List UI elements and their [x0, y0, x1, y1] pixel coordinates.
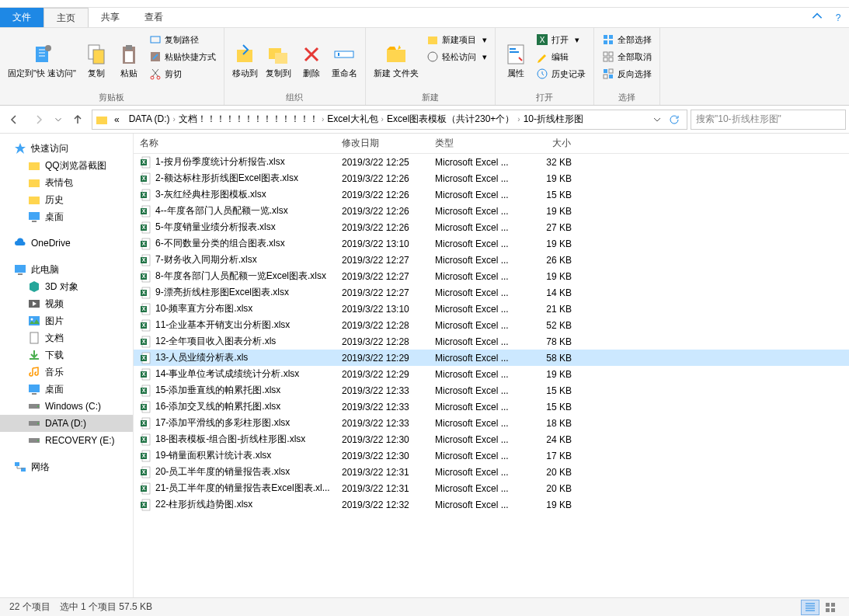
breadcrumb-item[interactable]: DATA (D:) — [126, 113, 173, 124]
svg-text:X: X — [142, 453, 146, 458]
nav-forward-button[interactable] — [28, 109, 50, 131]
file-row[interactable]: X2-额达标柱形折线图Excel图表.xlsx2019/3/22 12:26Mi… — [134, 170, 849, 186]
file-row[interactable]: X9-漂亮折线柱形图Excel图表.xlsx2019/3/22 12:27Mic… — [134, 284, 849, 301]
sidebar-onedrive[interactable]: OneDrive — [0, 235, 133, 252]
file-row[interactable]: X11-企业基本开销支出分析图.xlsx2019/3/22 12:28Micro… — [134, 317, 849, 333]
sidebar-docs[interactable]: 文档 — [0, 329, 133, 346]
file-row[interactable]: X8-年度各部门人员配额一览Excel图表.xlsx2019/3/22 12:2… — [134, 268, 849, 284]
file-row[interactable]: X4--年度各部门人员配额一览.xlsx2019/3/22 12:26Micro… — [134, 203, 849, 219]
paste-shortcut-button[interactable]: 粘贴快捷方式 — [146, 48, 219, 65]
view-details-button[interactable] — [801, 600, 819, 615]
sidebar-cdrive[interactable]: Windows (C:) — [0, 398, 133, 415]
tab-home[interactable]: 主页 — [43, 8, 89, 27]
breadcrumb-item[interactable]: 10-折线柱形图 — [520, 113, 586, 124]
copyto-icon — [266, 42, 291, 67]
svg-text:X: X — [142, 176, 146, 181]
sidebar-music[interactable]: 音乐 — [0, 364, 133, 381]
file-row[interactable]: X6-不同数量分类的组合图表.xlsx2019/3/22 13:10Micros… — [134, 235, 849, 252]
breadcrumb-dropdown[interactable] — [649, 109, 665, 131]
refresh-button[interactable] — [665, 109, 684, 131]
nav-history-button[interactable] — [53, 109, 64, 131]
sidebar-thispc[interactable]: 此电脑 — [0, 261, 133, 278]
sidebar-pictures[interactable]: 图片 — [0, 312, 133, 329]
file-row[interactable]: X21-员工半年度的销量报告表Excel图表.xl...2019/3/22 12… — [134, 480, 849, 496]
file-row[interactable]: X12-全年项目收入图表分析.xls2019/3/22 12:28Microso… — [134, 333, 849, 350]
file-type: Microsoft Excel ... — [429, 418, 516, 429]
open-button[interactable]: X 打开▾ — [533, 31, 589, 48]
column-type[interactable]: 类型 — [429, 134, 516, 153]
easyaccess-button[interactable]: 轻松访问▾ — [423, 48, 490, 65]
arrow-left-icon — [8, 113, 20, 126]
file-row[interactable]: X13-人员业绩分析表.xls2019/3/22 12:29Microsoft … — [134, 350, 849, 366]
nav-up-button[interactable] — [67, 109, 89, 131]
file-row[interactable]: X15-添加垂直线的帕累托图.xlsx2019/3/22 12:33Micros… — [134, 382, 849, 398]
selectall-button[interactable]: 全部选择 — [599, 31, 655, 48]
breadcrumb-item[interactable]: Excel图表模板（共计230+个） — [384, 113, 517, 124]
pin-button[interactable]: 固定到"快 速访问" — [5, 31, 79, 90]
file-row[interactable]: X18-图表模板-组合图-折线柱形图.xlsx2019/3/22 12:30Mi… — [134, 431, 849, 447]
sidebar: 快速访问 QQ浏览器截图 表情包 历史 桌面 OneDrive 此电脑 3D 对… — [0, 134, 134, 597]
file-row[interactable]: X19-销量面积累计统计表.xlsx2019/3/22 12:30Microso… — [134, 447, 849, 464]
svg-text:X: X — [142, 257, 146, 263]
sidebar-quick-access[interactable]: 快速访问 — [0, 140, 133, 157]
sidebar-downloads[interactable]: 下载 — [0, 346, 133, 364]
view-large-button[interactable] — [821, 600, 840, 615]
rename-button[interactable]: 重命名 — [329, 31, 360, 90]
file-row[interactable]: X3-灰红经典柱形图模板.xlsx2019/3/22 12:26Microsof… — [134, 186, 849, 203]
tab-file[interactable]: 文件 — [0, 8, 43, 27]
column-size[interactable]: 大小 — [516, 134, 578, 153]
invert-button[interactable]: 反向选择 — [599, 65, 655, 82]
folder-icon — [28, 193, 40, 206]
breadcrumb-item[interactable]: 文档！！！！！！！！！！！！！ — [176, 113, 322, 124]
copy-path-button[interactable]: 复制路径 — [146, 31, 219, 48]
edit-button[interactable]: 编辑 — [533, 48, 589, 65]
properties-button[interactable]: 属性 — [500, 31, 531, 90]
file-row[interactable]: X17-添加平滑线的多彩柱形图.xlsx2019/3/22 12:33Micro… — [134, 415, 849, 431]
moveto-button[interactable]: 移动到 — [229, 31, 261, 90]
nav-back-button[interactable] — [3, 109, 25, 131]
help-button[interactable]: ? — [827, 12, 849, 23]
breadcrumb-item[interactable]: Excel大礼包 — [324, 113, 381, 124]
column-name[interactable]: 名称 — [134, 134, 336, 153]
file-row[interactable]: X10-频率直方分布图.xlsx2019/3/22 13:10Microsoft… — [134, 301, 849, 317]
sidebar-ddrive[interactable]: DATA (D:) — [0, 415, 133, 432]
sidebar-desktop[interactable]: 桌面 — [0, 208, 133, 225]
svg-rect-128 — [831, 608, 835, 612]
file-row[interactable]: X7-财务收入同期分析.xlsx2019/3/22 12:27Microsoft… — [134, 252, 849, 268]
selectnone-button[interactable]: 全部取消 — [599, 48, 655, 65]
file-name: 17-添加平滑线的多彩柱形图.xlsx — [155, 416, 290, 430]
cloud-icon — [14, 237, 26, 249]
sidebar-emoji[interactable]: 表情包 — [0, 174, 133, 191]
file-row[interactable]: X16-添加交叉线的帕累托图.xlsx2019/3/22 12:33Micros… — [134, 398, 849, 415]
ribbon-collapse-button[interactable] — [810, 9, 824, 26]
file-type: Microsoft Excel ... — [429, 451, 516, 461]
svg-rect-31 — [604, 57, 607, 61]
file-row[interactable]: X14-事业单位考试成绩统计分析.xlsx2019/3/22 12:29Micr… — [134, 366, 849, 382]
sidebar-video[interactable]: 视频 — [0, 295, 133, 312]
tab-share[interactable]: 共享 — [89, 8, 132, 27]
sidebar-qq[interactable]: QQ浏览器截图 — [0, 157, 133, 174]
sidebar-network[interactable]: 网络 — [0, 458, 133, 475]
column-date[interactable]: 修改日期 — [336, 134, 429, 153]
file-row[interactable]: X5-年度销量业绩分析报表.xlsx2019/3/22 12:26Microso… — [134, 219, 849, 235]
excel-icon: X — [140, 433, 152, 446]
paste-button[interactable]: 粘贴 — [113, 31, 144, 90]
sidebar-3d[interactable]: 3D 对象 — [0, 278, 133, 295]
sidebar-recovery[interactable]: RECOVERY (E:) — [0, 432, 133, 449]
newfolder-button[interactable]: 新建 文件夹 — [371, 31, 422, 90]
excel-icon: X — [140, 303, 152, 315]
file-row[interactable]: X1-按月份季度统计分析报告.xlsx2019/3/22 12:25Micros… — [134, 154, 849, 170]
copy-button[interactable]: 复制 — [81, 31, 112, 90]
tab-view[interactable]: 查看 — [132, 8, 176, 27]
copyto-button[interactable]: 复制到 — [263, 31, 294, 90]
search-input[interactable]: 搜索"10-折线柱形图" — [691, 110, 846, 130]
sidebar-history[interactable]: 历史 — [0, 191, 133, 208]
cut-button[interactable]: 剪切 — [146, 65, 219, 82]
delete-button[interactable]: 删除 — [296, 31, 327, 90]
history-button[interactable]: 历史记录 — [533, 65, 589, 82]
file-row[interactable]: X22-柱形折线趋势图.xlsx2019/3/22 12:32Microsoft… — [134, 496, 849, 513]
file-row[interactable]: X20-员工半年度的销量报告表.xlsx2019/3/22 12:31Micro… — [134, 464, 849, 480]
breadcrumb[interactable]: « DATA (D:)›文档！！！！！！！！！！！！！›Excel大礼包›Exc… — [92, 110, 687, 130]
sidebar-desktop2[interactable]: 桌面 — [0, 381, 133, 398]
newitem-button[interactable]: 新建项目▾ — [423, 31, 490, 48]
